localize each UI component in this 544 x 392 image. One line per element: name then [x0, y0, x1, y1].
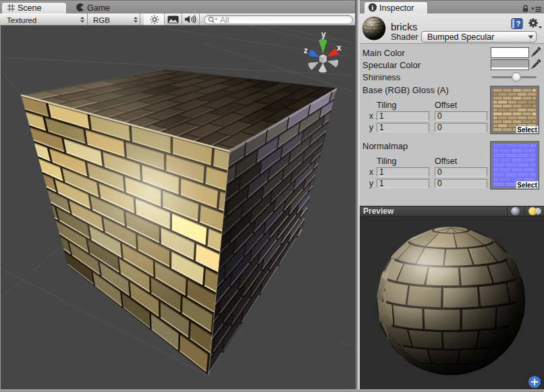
svg-text:?: ?	[516, 20, 520, 28]
svg-text:z: z	[304, 46, 308, 55]
svg-text:i: i	[372, 4, 374, 11]
svg-text:x: x	[337, 43, 342, 53]
svg-text:y: y	[321, 30, 326, 39]
